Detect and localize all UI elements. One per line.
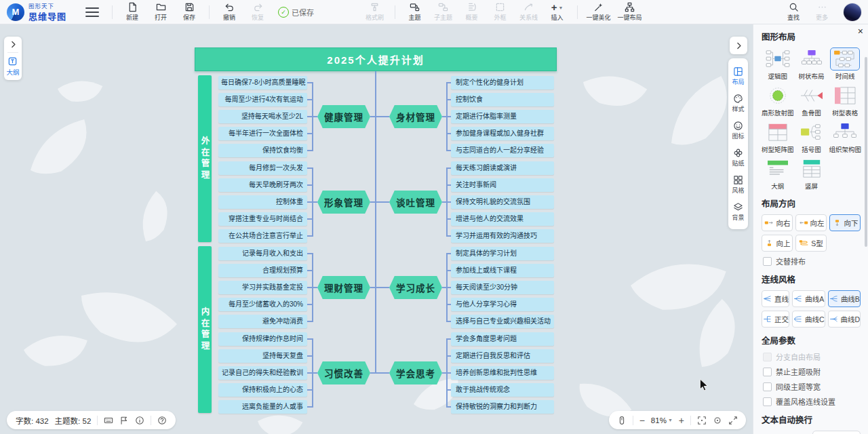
mindmap-item[interactable]: 保持文明礼貌的交流氛围 <box>451 195 554 209</box>
mindmap-topic[interactable]: 健康管理 <box>317 105 370 128</box>
mindmap-item[interactable]: 避免冲动消费 <box>218 315 307 328</box>
checkbox[interactable] <box>763 353 772 361</box>
direction-option-s[interactable]: S型 <box>795 235 827 252</box>
map-root-topic[interactable]: 2025个人提升计划 <box>195 47 557 71</box>
redo-button[interactable]: 恢复 <box>244 1 271 24</box>
layout-option-vertical[interactable]: 竖屏 <box>797 157 827 191</box>
locate-center-icon[interactable] <box>713 416 722 425</box>
relation-line-button[interactable]: 关系线 <box>515 1 542 24</box>
mindmap-item[interactable]: 每月至少储蓄收入的30% <box>218 298 307 311</box>
format-brush-button[interactable]: 格式刷 <box>361 1 389 24</box>
mindmap-item[interactable]: 学习并实践基金定投 <box>218 281 307 294</box>
mindmap-item[interactable]: 每天早晚刷牙两次 <box>218 178 307 192</box>
beautify-button[interactable]: 一键美化 <box>584 1 614 24</box>
expand-right-icon[interactable] <box>9 40 18 49</box>
layout-option-tree[interactable]: 树状布局 <box>797 47 827 81</box>
mindmap-item[interactable]: 每天练习朗读或演讲 <box>451 161 554 175</box>
mindmap-item[interactable]: 与他人分享学习心得 <box>451 298 554 311</box>
frame-button[interactable]: 外框 <box>487 1 514 24</box>
panel-scrollbar[interactable] <box>865 52 867 431</box>
direction-option-down[interactable]: 向下 <box>829 214 861 231</box>
mindmap-item[interactable]: 学会多角度思考问题 <box>451 332 554 346</box>
mindmap-item[interactable]: 每月修剪一次头发 <box>218 161 307 175</box>
mindmap-item[interactable]: 坚持每天复盘 <box>218 349 307 363</box>
mindmap-item[interactable]: 控制饮食 <box>451 93 554 106</box>
mindmap-item[interactable]: 记录每月收入和支出 <box>218 247 307 260</box>
line-style-option-ortho[interactable]: 正交 <box>762 311 789 328</box>
user-avatar[interactable] <box>844 3 861 21</box>
mindmap-item[interactable]: 定期进行自我反思和评估 <box>451 349 554 363</box>
layout-option-timeline[interactable]: 时间线 <box>829 47 862 81</box>
mindmap-item[interactable]: 学习并运用有效的沟通技巧 <box>451 229 554 243</box>
mindmap-item[interactable]: 控制体重 <box>218 195 307 209</box>
line-style-option-curve-d[interactable]: 曲线D <box>828 311 861 328</box>
mindmap-item[interactable]: 培养创新思维和批判性思维 <box>451 366 554 380</box>
info-icon[interactable] <box>135 416 144 425</box>
help-icon[interactable] <box>157 416 167 425</box>
strip-item-贴纸[interactable]: 贴纸 <box>732 144 744 171</box>
panel-collapse-button[interactable] <box>730 37 747 54</box>
zoom-out-button[interactable]: − <box>639 416 645 425</box>
mindmap-item[interactable]: 制定个性化的健身计划 <box>451 76 554 90</box>
search-button[interactable]: 查找 <box>780 1 807 24</box>
mindmap-item[interactable]: 保持规律的作息时间 <box>218 332 307 346</box>
layout-option-tree-matrix[interactable]: 树型矩阵图 <box>762 121 794 154</box>
auto-layout-button[interactable]: 一键布局 <box>615 1 645 24</box>
mindmap-item[interactable]: 参加线上或线下课程 <box>451 264 554 277</box>
mindmap-item[interactable]: 定期进行体脂率测量 <box>451 110 554 123</box>
direction-option-right[interactable]: 向右 <box>762 214 793 231</box>
mindmap-item[interactable]: 选择与自己专业或兴趣相关活动 <box>451 315 554 328</box>
checkbox[interactable] <box>763 397 772 406</box>
mindmap-item[interactable]: 保持敏锐的洞察力和判断力 <box>451 400 554 414</box>
flag-icon[interactable] <box>119 416 129 425</box>
mindmap-topic[interactable]: 身材管理 <box>389 105 442 128</box>
more-button[interactable]: 更多 <box>808 1 835 24</box>
subtopic-button[interactable]: 子主题 <box>430 1 457 24</box>
mindmap-topic[interactable]: 谈吐管理 <box>389 191 442 214</box>
strip-item-背景[interactable]: 背景 <box>732 198 744 225</box>
mindmap-topic[interactable]: 习惯改善 <box>317 361 370 384</box>
checkbox[interactable] <box>763 382 772 391</box>
mindmap-item[interactable]: 关注时事新闻 <box>451 178 554 192</box>
mindmap-item[interactable]: 每日确保7-8小时高质量睡眠 <box>218 76 307 90</box>
mindmap-item[interactable]: 穿搭注重专业与时尚结合 <box>218 212 307 226</box>
zoom-level[interactable]: 81%▼ <box>651 416 673 425</box>
checkbox[interactable] <box>763 368 772 376</box>
fullscreen-icon[interactable] <box>728 416 738 425</box>
menu-icon[interactable] <box>85 7 99 17</box>
value-stepper[interactable]: −400+ <box>812 431 861 434</box>
mindmap-topic[interactable]: 学习成长 <box>389 276 442 299</box>
zoom-in-button[interactable]: + <box>679 416 684 425</box>
layout-option-logic[interactable]: 逻辑图 <box>762 47 794 81</box>
layout-option-outline[interactable]: 大纲 <box>762 157 794 191</box>
outline-button[interactable]: 大纲 <box>6 56 19 77</box>
direction-option-up[interactable]: 向上 <box>762 235 793 252</box>
mindmap-item[interactable]: 每周至少进行4次有氧运动 <box>218 93 307 106</box>
line-style-option-curve-b[interactable]: 曲线B <box>828 290 861 307</box>
direction-option-left[interactable]: 向左 <box>795 214 827 231</box>
mindmap-topic[interactable]: 学会思考 <box>389 361 442 384</box>
mindmap-item[interactable]: 每天阅读至少30分钟 <box>451 281 554 294</box>
layout-option-org[interactable]: 组织架构图 <box>829 121 862 154</box>
branch-label[interactable]: 内在管理 <box>198 246 212 413</box>
mindmap-item[interactable]: 坚持每天喝水至少2L <box>218 110 307 123</box>
mindmap-topic[interactable]: 形象管理 <box>317 191 370 214</box>
line-style-option-curve-a[interactable]: 曲线A <box>792 290 825 307</box>
strip-item-风格[interactable]: 风格 <box>732 171 744 198</box>
strip-item-样式[interactable]: 样式 <box>732 90 744 117</box>
mindmap-item[interactable]: 远离负能量的人或事 <box>218 400 307 414</box>
open-button[interactable]: 打开 <box>147 1 174 24</box>
new-button[interactable]: 新建 <box>119 1 146 24</box>
undo-button[interactable]: 撤销 <box>216 1 243 24</box>
mindmap-item[interactable]: 保持饮食均衡 <box>218 144 307 157</box>
mindmap-item[interactable]: 记录自己的得失和经验教训 <box>218 366 307 380</box>
app-logo[interactable]: M 图形天下 思维导图 <box>7 1 66 22</box>
layout-option-tree-table[interactable]: 树型表格 <box>829 84 862 117</box>
line-style-option-curve-c[interactable]: 曲线C <box>792 311 825 328</box>
mindmap-item[interactable]: 与志同道合的人一起分享经验 <box>451 144 554 157</box>
close-icon[interactable]: × <box>858 26 863 36</box>
insert-button[interactable]: +▼ 插入 <box>544 1 571 24</box>
mindmap-item[interactable]: 在公共场合注意言行举止 <box>218 229 307 243</box>
summary-button[interactable]: 概要 <box>458 1 486 24</box>
line-style-option-straight[interactable]: 直线 <box>762 290 789 307</box>
